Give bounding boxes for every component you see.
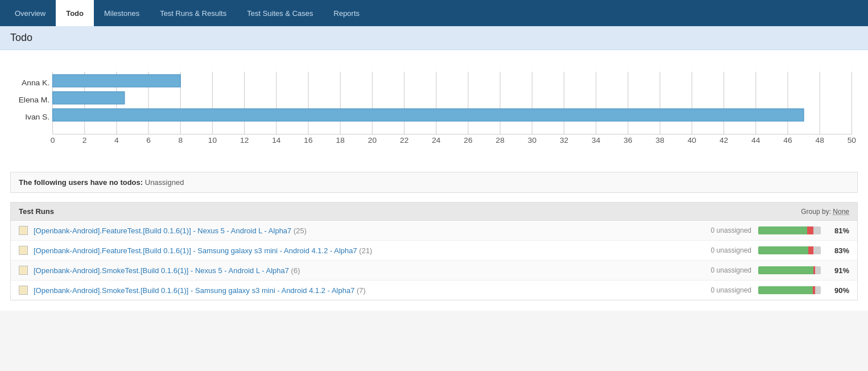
progress-red: [808, 246, 813, 254]
row-checkbox[interactable]: [19, 286, 28, 295]
svg-text:30: 30: [528, 136, 536, 145]
progress-gray: [813, 246, 821, 254]
page-header: Todo: [0, 26, 868, 50]
tab-test-suites-cases[interactable]: Test Suites & Cases: [237, 0, 323, 26]
test-runs-table: [Openbank-Android].FeatureTest.[Build 0.…: [10, 220, 858, 300]
run-name: [Openbank-Android].SmokeTest.[Build 0.1.…: [34, 266, 289, 275]
svg-text:28: 28: [496, 136, 505, 145]
progress-bar: [758, 266, 821, 274]
svg-text:14: 14: [272, 136, 281, 145]
progress-bar: [758, 226, 821, 234]
group-by: Group by: None: [801, 208, 849, 216]
run-right: 0 unassigned 81%: [695, 226, 849, 235]
row-checkbox[interactable]: [19, 266, 28, 275]
tab-test-runs-results[interactable]: Test Runs & Results: [150, 0, 237, 26]
unassigned-label: 0 unassigned: [695, 226, 751, 234]
run-name: [Openbank-Android].FeatureTest.[Build 0.…: [34, 246, 357, 255]
svg-text:8: 8: [178, 136, 183, 145]
svg-rect-54: [53, 75, 181, 87]
section-header: Test Runs Group by: None: [10, 202, 858, 220]
progress-green: [758, 266, 813, 274]
run-right: 0 unassigned 83%: [695, 246, 849, 255]
svg-text:32: 32: [560, 136, 568, 145]
main-content: .grid-line { stroke: #ccc; stroke-width:…: [0, 50, 868, 311]
svg-text:18: 18: [336, 136, 345, 145]
table-row: [Openbank-Android].FeatureTest.[Build 0.…: [11, 241, 857, 261]
svg-text:Ivan S.: Ivan S.: [25, 113, 49, 121]
pct-label: 81%: [828, 226, 849, 235]
no-todos-users: Unassigned: [145, 178, 184, 187]
run-link[interactable]: [Openbank-Android].SmokeTest.[Build 0.1.…: [34, 266, 695, 275]
group-by-value[interactable]: None: [833, 208, 849, 216]
row-checkbox[interactable]: [19, 246, 28, 255]
run-link[interactable]: [Openbank-Android].FeatureTest.[Build 0.…: [34, 246, 695, 255]
unassigned-label: 0 unassigned: [695, 266, 751, 274]
table-row: [Openbank-Android].SmokeTest.[Build 0.1.…: [11, 281, 857, 300]
svg-text:6: 6: [146, 136, 151, 145]
svg-text:Anna K.: Anna K.: [22, 79, 49, 87]
progress-gray: [813, 226, 821, 234]
progress-green: [758, 226, 807, 234]
run-count: (21): [359, 246, 372, 255]
progress-gray: [815, 286, 821, 294]
test-runs-title: Test Runs: [19, 207, 54, 216]
svg-text:48: 48: [815, 136, 824, 145]
svg-text:2: 2: [82, 136, 87, 145]
no-todos-label: The following users have no todos:: [19, 178, 143, 187]
unassigned-label: 0 unassigned: [695, 286, 751, 294]
svg-text:46: 46: [783, 136, 792, 145]
tab-reports[interactable]: Reports: [324, 0, 370, 26]
table-row: [Openbank-Android].SmokeTest.[Build 0.1.…: [11, 261, 857, 281]
svg-text:44: 44: [751, 136, 760, 145]
run-right: 0 unassigned 91%: [695, 266, 849, 275]
test-runs-section: Test Runs Group by: None [Openbank-Andro…: [10, 202, 858, 300]
pct-label: 91%: [828, 266, 849, 275]
svg-text:38: 38: [656, 136, 664, 145]
svg-text:22: 22: [400, 136, 408, 145]
pct-label: 83%: [828, 246, 849, 255]
run-link[interactable]: [Openbank-Android].FeatureTest.[Build 0.…: [34, 226, 695, 235]
tab-milestones[interactable]: Milestones: [94, 0, 150, 26]
progress-red: [807, 226, 813, 234]
svg-text:16: 16: [304, 136, 312, 145]
run-count: (25): [294, 226, 307, 235]
svg-text:34: 34: [592, 136, 601, 145]
page-title: Todo: [10, 32, 32, 43]
progress-gray: [815, 266, 821, 274]
run-count: (6): [291, 266, 300, 275]
svg-text:26: 26: [464, 136, 472, 145]
svg-text:4: 4: [114, 136, 119, 145]
bar-chart: .grid-line { stroke: #ccc; stroke-width:…: [10, 66, 858, 157]
run-right: 0 unassigned 90%: [695, 286, 849, 295]
progress-bar: [758, 246, 821, 254]
pct-label: 90%: [828, 286, 849, 295]
unassigned-label: 0 unassigned: [695, 246, 751, 254]
table-row: [Openbank-Android].FeatureTest.[Build 0.…: [11, 221, 857, 241]
progress-bar: [758, 286, 821, 294]
svg-text:40: 40: [688, 136, 696, 145]
svg-rect-58: [53, 109, 804, 121]
no-todos-notice: The following users have no todos: Unass…: [10, 172, 858, 193]
svg-text:20: 20: [368, 136, 377, 145]
chart-container: .grid-line { stroke: #ccc; stroke-width:…: [10, 60, 858, 163]
tab-todo[interactable]: Todo: [56, 0, 94, 26]
run-count: (7): [357, 286, 366, 295]
run-name: [Openbank-Android].SmokeTest.[Build 0.1.…: [34, 286, 354, 295]
svg-text:36: 36: [623, 136, 632, 145]
run-name: [Openbank-Android].FeatureTest.[Build 0.…: [34, 226, 291, 235]
nav-bar: Overview Todo Milestones Test Runs & Res…: [0, 0, 868, 26]
svg-text:50: 50: [848, 136, 856, 145]
svg-text:0: 0: [51, 136, 55, 145]
svg-rect-56: [53, 92, 125, 104]
run-link[interactable]: [Openbank-Android].SmokeTest.[Build 0.1.…: [34, 286, 695, 295]
svg-text:10: 10: [208, 136, 217, 145]
svg-text:12: 12: [240, 136, 249, 145]
svg-text:42: 42: [720, 136, 728, 145]
svg-text:Elena M.: Elena M.: [19, 96, 50, 104]
progress-green: [758, 246, 808, 254]
progress-green: [758, 286, 813, 294]
svg-text:24: 24: [432, 136, 441, 145]
tab-overview[interactable]: Overview: [5, 0, 56, 26]
row-checkbox[interactable]: [19, 226, 28, 235]
